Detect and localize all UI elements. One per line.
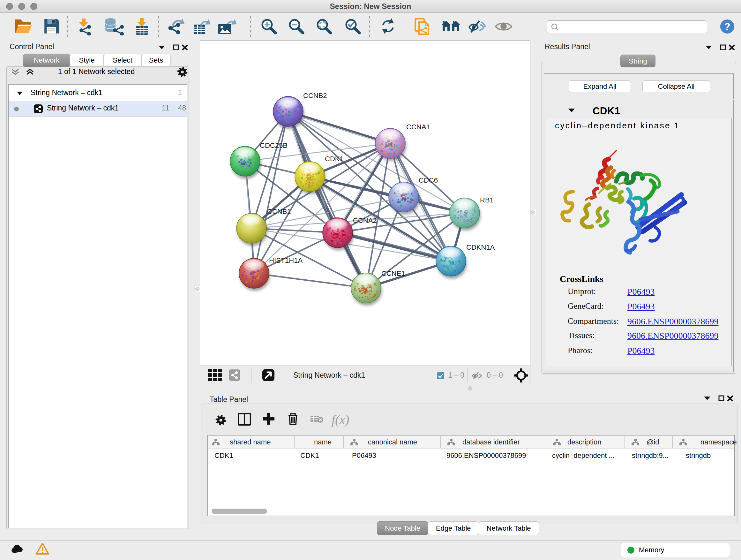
svg-text:CDC6: CDC6 [419, 176, 438, 184]
svg-text:CCNA1: CCNA1 [406, 123, 430, 131]
svg-text:CCNA2: CCNA2 [353, 216, 377, 225]
svg-text:CCNE1: CCNE1 [381, 269, 405, 277]
svg-text:?: ? [724, 21, 731, 32]
svg-text:CDC25B: CDC25B [260, 141, 287, 149]
svg-text:HIST1H1A: HIST1H1A [269, 256, 302, 264]
svg-text:CDKN1A: CDKN1A [466, 243, 495, 251]
svg-text:CDK1: CDK1 [325, 155, 344, 163]
svg-text:CCNB1: CCNB1 [267, 207, 291, 215]
svg-text:RB1: RB1 [480, 196, 494, 204]
svg-text:CCNB2: CCNB2 [303, 91, 327, 100]
